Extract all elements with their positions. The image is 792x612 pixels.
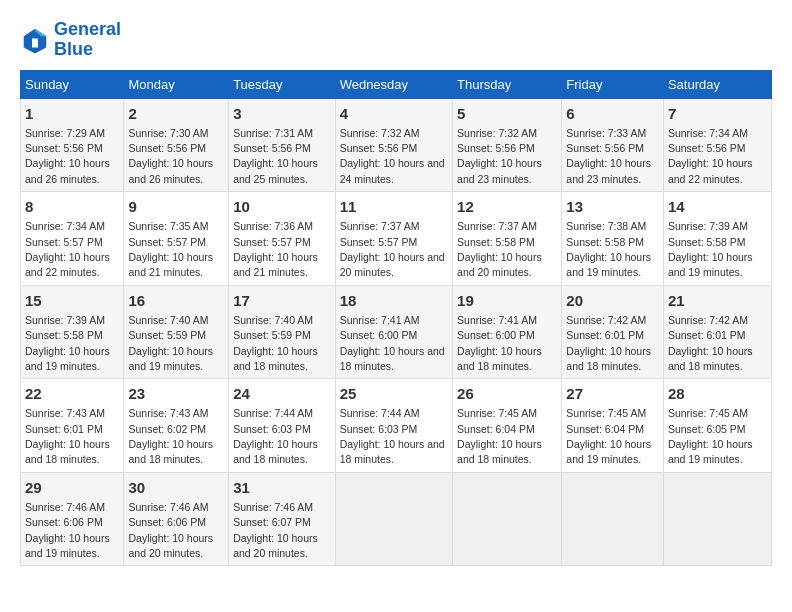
calendar-cell: 1Sunrise: 7:29 AMSunset: 5:56 PMDaylight… bbox=[21, 98, 124, 192]
day-number: 5 bbox=[457, 103, 557, 124]
calendar-cell: 13Sunrise: 7:38 AMSunset: 5:58 PMDayligh… bbox=[562, 192, 664, 286]
day-number: 29 bbox=[25, 477, 119, 498]
day-number: 13 bbox=[566, 196, 659, 217]
sunrise-info: Sunrise: 7:41 AMSunset: 6:00 PMDaylight:… bbox=[340, 314, 445, 372]
sunrise-info: Sunrise: 7:41 AMSunset: 6:00 PMDaylight:… bbox=[457, 314, 542, 372]
day-number: 14 bbox=[668, 196, 767, 217]
sunrise-info: Sunrise: 7:39 AMSunset: 5:58 PMDaylight:… bbox=[25, 314, 110, 372]
calendar-cell: 24Sunrise: 7:44 AMSunset: 6:03 PMDayligh… bbox=[229, 379, 336, 473]
calendar-row: 8Sunrise: 7:34 AMSunset: 5:57 PMDaylight… bbox=[21, 192, 772, 286]
calendar-cell: 19Sunrise: 7:41 AMSunset: 6:00 PMDayligh… bbox=[453, 285, 562, 379]
sunrise-info: Sunrise: 7:33 AMSunset: 5:56 PMDaylight:… bbox=[566, 127, 651, 185]
calendar-row: 15Sunrise: 7:39 AMSunset: 5:58 PMDayligh… bbox=[21, 285, 772, 379]
calendar-cell: 28Sunrise: 7:45 AMSunset: 6:05 PMDayligh… bbox=[663, 379, 771, 473]
logo-icon bbox=[20, 25, 50, 55]
calendar-cell: 22Sunrise: 7:43 AMSunset: 6:01 PMDayligh… bbox=[21, 379, 124, 473]
day-number: 20 bbox=[566, 290, 659, 311]
svg-rect-2 bbox=[32, 38, 38, 47]
calendar-cell: 3Sunrise: 7:31 AMSunset: 5:56 PMDaylight… bbox=[229, 98, 336, 192]
day-number: 4 bbox=[340, 103, 448, 124]
day-number: 31 bbox=[233, 477, 331, 498]
sunrise-info: Sunrise: 7:34 AMSunset: 5:57 PMDaylight:… bbox=[25, 220, 110, 278]
day-number: 15 bbox=[25, 290, 119, 311]
day-number: 9 bbox=[128, 196, 224, 217]
calendar-row: 29Sunrise: 7:46 AMSunset: 6:06 PMDayligh… bbox=[21, 472, 772, 566]
sunrise-info: Sunrise: 7:29 AMSunset: 5:56 PMDaylight:… bbox=[25, 127, 110, 185]
calendar-cell: 8Sunrise: 7:34 AMSunset: 5:57 PMDaylight… bbox=[21, 192, 124, 286]
calendar-cell bbox=[453, 472, 562, 566]
sunrise-info: Sunrise: 7:40 AMSunset: 5:59 PMDaylight:… bbox=[128, 314, 213, 372]
calendar-cell: 27Sunrise: 7:45 AMSunset: 6:04 PMDayligh… bbox=[562, 379, 664, 473]
day-number: 18 bbox=[340, 290, 448, 311]
calendar-cell: 5Sunrise: 7:32 AMSunset: 5:56 PMDaylight… bbox=[453, 98, 562, 192]
calendar-cell: 15Sunrise: 7:39 AMSunset: 5:58 PMDayligh… bbox=[21, 285, 124, 379]
logo-text: General Blue bbox=[54, 20, 121, 60]
calendar-cell: 11Sunrise: 7:37 AMSunset: 5:57 PMDayligh… bbox=[335, 192, 452, 286]
day-number: 23 bbox=[128, 383, 224, 404]
calendar-cell: 30Sunrise: 7:46 AMSunset: 6:06 PMDayligh… bbox=[124, 472, 229, 566]
sunrise-info: Sunrise: 7:43 AMSunset: 6:02 PMDaylight:… bbox=[128, 407, 213, 465]
day-number: 21 bbox=[668, 290, 767, 311]
calendar-cell: 7Sunrise: 7:34 AMSunset: 5:56 PMDaylight… bbox=[663, 98, 771, 192]
header-friday: Friday bbox=[562, 70, 664, 98]
sunrise-info: Sunrise: 7:37 AMSunset: 5:57 PMDaylight:… bbox=[340, 220, 445, 278]
sunrise-info: Sunrise: 7:38 AMSunset: 5:58 PMDaylight:… bbox=[566, 220, 651, 278]
sunrise-info: Sunrise: 7:45 AMSunset: 6:04 PMDaylight:… bbox=[457, 407, 542, 465]
sunrise-info: Sunrise: 7:45 AMSunset: 6:05 PMDaylight:… bbox=[668, 407, 753, 465]
calendar-cell: 18Sunrise: 7:41 AMSunset: 6:00 PMDayligh… bbox=[335, 285, 452, 379]
calendar-cell: 2Sunrise: 7:30 AMSunset: 5:56 PMDaylight… bbox=[124, 98, 229, 192]
sunrise-info: Sunrise: 7:32 AMSunset: 5:56 PMDaylight:… bbox=[340, 127, 445, 185]
day-number: 7 bbox=[668, 103, 767, 124]
calendar-cell: 14Sunrise: 7:39 AMSunset: 5:58 PMDayligh… bbox=[663, 192, 771, 286]
calendar-cell: 6Sunrise: 7:33 AMSunset: 5:56 PMDaylight… bbox=[562, 98, 664, 192]
day-number: 25 bbox=[340, 383, 448, 404]
header-row: SundayMondayTuesdayWednesdayThursdayFrid… bbox=[21, 70, 772, 98]
sunrise-info: Sunrise: 7:37 AMSunset: 5:58 PMDaylight:… bbox=[457, 220, 542, 278]
sunrise-info: Sunrise: 7:40 AMSunset: 5:59 PMDaylight:… bbox=[233, 314, 318, 372]
calendar-table: SundayMondayTuesdayWednesdayThursdayFrid… bbox=[20, 70, 772, 567]
calendar-cell: 20Sunrise: 7:42 AMSunset: 6:01 PMDayligh… bbox=[562, 285, 664, 379]
calendar-cell: 23Sunrise: 7:43 AMSunset: 6:02 PMDayligh… bbox=[124, 379, 229, 473]
sunrise-info: Sunrise: 7:32 AMSunset: 5:56 PMDaylight:… bbox=[457, 127, 542, 185]
calendar-cell: 26Sunrise: 7:45 AMSunset: 6:04 PMDayligh… bbox=[453, 379, 562, 473]
day-number: 26 bbox=[457, 383, 557, 404]
sunrise-info: Sunrise: 7:46 AMSunset: 6:06 PMDaylight:… bbox=[128, 501, 213, 559]
day-number: 17 bbox=[233, 290, 331, 311]
calendar-cell bbox=[663, 472, 771, 566]
sunrise-info: Sunrise: 7:46 AMSunset: 6:06 PMDaylight:… bbox=[25, 501, 110, 559]
sunrise-info: Sunrise: 7:34 AMSunset: 5:56 PMDaylight:… bbox=[668, 127, 753, 185]
logo: General Blue bbox=[20, 20, 121, 60]
day-number: 16 bbox=[128, 290, 224, 311]
day-number: 28 bbox=[668, 383, 767, 404]
day-number: 8 bbox=[25, 196, 119, 217]
day-number: 24 bbox=[233, 383, 331, 404]
calendar-cell: 4Sunrise: 7:32 AMSunset: 5:56 PMDaylight… bbox=[335, 98, 452, 192]
header-tuesday: Tuesday bbox=[229, 70, 336, 98]
day-number: 27 bbox=[566, 383, 659, 404]
sunrise-info: Sunrise: 7:35 AMSunset: 5:57 PMDaylight:… bbox=[128, 220, 213, 278]
sunrise-info: Sunrise: 7:42 AMSunset: 6:01 PMDaylight:… bbox=[566, 314, 651, 372]
day-number: 10 bbox=[233, 196, 331, 217]
calendar-cell: 12Sunrise: 7:37 AMSunset: 5:58 PMDayligh… bbox=[453, 192, 562, 286]
day-number: 3 bbox=[233, 103, 331, 124]
day-number: 11 bbox=[340, 196, 448, 217]
header-thursday: Thursday bbox=[453, 70, 562, 98]
sunrise-info: Sunrise: 7:46 AMSunset: 6:07 PMDaylight:… bbox=[233, 501, 318, 559]
sunrise-info: Sunrise: 7:30 AMSunset: 5:56 PMDaylight:… bbox=[128, 127, 213, 185]
sunrise-info: Sunrise: 7:44 AMSunset: 6:03 PMDaylight:… bbox=[340, 407, 445, 465]
calendar-row: 22Sunrise: 7:43 AMSunset: 6:01 PMDayligh… bbox=[21, 379, 772, 473]
calendar-cell: 25Sunrise: 7:44 AMSunset: 6:03 PMDayligh… bbox=[335, 379, 452, 473]
day-number: 19 bbox=[457, 290, 557, 311]
calendar-cell: 29Sunrise: 7:46 AMSunset: 6:06 PMDayligh… bbox=[21, 472, 124, 566]
day-number: 22 bbox=[25, 383, 119, 404]
day-number: 2 bbox=[128, 103, 224, 124]
sunrise-info: Sunrise: 7:45 AMSunset: 6:04 PMDaylight:… bbox=[566, 407, 651, 465]
sunrise-info: Sunrise: 7:42 AMSunset: 6:01 PMDaylight:… bbox=[668, 314, 753, 372]
page-header: General Blue bbox=[20, 20, 772, 60]
calendar-cell: 21Sunrise: 7:42 AMSunset: 6:01 PMDayligh… bbox=[663, 285, 771, 379]
calendar-cell: 16Sunrise: 7:40 AMSunset: 5:59 PMDayligh… bbox=[124, 285, 229, 379]
sunrise-info: Sunrise: 7:44 AMSunset: 6:03 PMDaylight:… bbox=[233, 407, 318, 465]
sunrise-info: Sunrise: 7:31 AMSunset: 5:56 PMDaylight:… bbox=[233, 127, 318, 185]
calendar-cell: 17Sunrise: 7:40 AMSunset: 5:59 PMDayligh… bbox=[229, 285, 336, 379]
day-number: 6 bbox=[566, 103, 659, 124]
